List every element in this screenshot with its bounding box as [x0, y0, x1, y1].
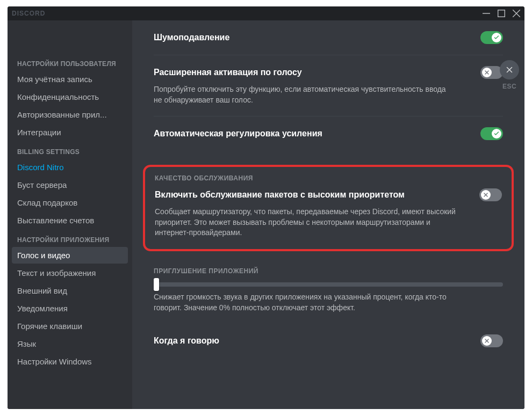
close-settings: ESC	[500, 60, 519, 90]
qos-highlight: КАЧЕСТВО ОБСЛУЖИВАНИЯ Включить обслужива…	[143, 165, 514, 251]
toggle-when-i-speak[interactable]	[480, 334, 503, 347]
sidebar-item[interactable]: Настройки Windows	[12, 353, 128, 370]
setting-title: Автоматическая регулировка усиления	[154, 129, 470, 138]
sidebar-heading: НАСТРОЙКИ ПРИЛОЖЕНИЯ	[12, 233, 128, 247]
sidebar-item[interactable]: Горячие клавиши	[12, 318, 128, 334]
sidebar-item[interactable]: Уведомления	[12, 300, 128, 317]
sidebar-item[interactable]: Склад подарков	[12, 194, 128, 211]
setting-title: Расширенная активация по голосу	[154, 68, 470, 77]
sidebar-item[interactable]: Discord Nitro	[12, 159, 128, 176]
sidebar-heading: BILLING SETTINGS	[12, 145, 128, 159]
toggle-noise-suppression[interactable]	[480, 31, 503, 44]
attenuation-description: Снижает громкость звука в других приложе…	[154, 292, 465, 313]
setting-advanced-voice: Расширенная активация по голосу Попробуй…	[154, 55, 503, 116]
sidebar-item[interactable]: Буст сервера	[12, 177, 128, 193]
sidebar-item[interactable]: Голос и видео	[12, 247, 128, 264]
window-controls	[483, 10, 520, 17]
slider-thumb[interactable]	[154, 278, 159, 291]
svg-rect-1	[498, 10, 505, 17]
section-heading-attenuation: ПРИГЛУШЕНИЕ ПРИЛОЖЕНИЙ	[154, 267, 503, 275]
setting-title: Шумоподавление	[154, 33, 470, 42]
sidebar-item[interactable]: Язык	[12, 335, 128, 352]
minimize-icon[interactable]	[483, 10, 490, 17]
close-button[interactable]	[500, 60, 519, 79]
settings-content[interactable]: Шумоподавление Расширенная активация по …	[132, 20, 524, 409]
close-window-icon[interactable]	[513, 10, 520, 17]
app-window: DISCORD НАСТРОЙКИ ПОЛЬЗОВАТЕЛЯМоя учётна…	[8, 6, 524, 409]
settings-sidebar[interactable]: НАСТРОЙКИ ПОЛЬЗОВАТЕЛЯМоя учётная запись…	[8, 20, 132, 409]
sidebar-item[interactable]: Интеграции	[12, 124, 128, 141]
app-brand: DISCORD	[12, 10, 45, 17]
maximize-icon[interactable]	[498, 10, 505, 17]
esc-label: ESC	[502, 83, 516, 90]
toggle-qos[interactable]	[479, 188, 502, 201]
titlebar: DISCORD	[8, 6, 524, 20]
setting-title: Когда я говорю	[154, 336, 470, 346]
sidebar-item[interactable]: Моя учётная запись	[12, 71, 128, 87]
setting-description: Сообщает маршрутизатору, что пакеты, пер…	[155, 207, 456, 238]
setting-description: Попробуйте отключить эту функцию, если а…	[154, 84, 455, 105]
attenuation-section: ПРИГЛУШЕНИЕ ПРИЛОЖЕНИЙ Снижает громкость…	[154, 267, 503, 313]
toggle-auto-gain[interactable]	[480, 127, 503, 140]
sidebar-item[interactable]: Выставление счетов	[12, 212, 128, 229]
sidebar-heading: НАСТРОЙКИ ПОЛЬЗОВАТЕЛЯ	[12, 57, 128, 71]
setting-noise-suppression: Шумоподавление	[154, 31, 503, 55]
setting-title: Включить обслуживание пакетов с высоким …	[155, 190, 469, 200]
setting-when-i-speak: Когда я говорю	[154, 324, 503, 358]
sidebar-item[interactable]: Авторизованные прил...	[12, 106, 128, 123]
sidebar-item[interactable]: Конфиденциальность	[12, 89, 128, 105]
setting-auto-gain: Автоматическая регулировка усиления	[154, 116, 503, 151]
sidebar-item[interactable]: Внешний вид	[12, 282, 128, 299]
body: НАСТРОЙКИ ПОЛЬЗОВАТЕЛЯМоя учётная запись…	[8, 20, 524, 409]
attenuation-slider[interactable]	[154, 282, 503, 287]
sidebar-item[interactable]: Текст и изображения	[12, 265, 128, 281]
section-heading-qos: КАЧЕСТВО ОБСЛУЖИВАНИЯ	[155, 174, 502, 182]
